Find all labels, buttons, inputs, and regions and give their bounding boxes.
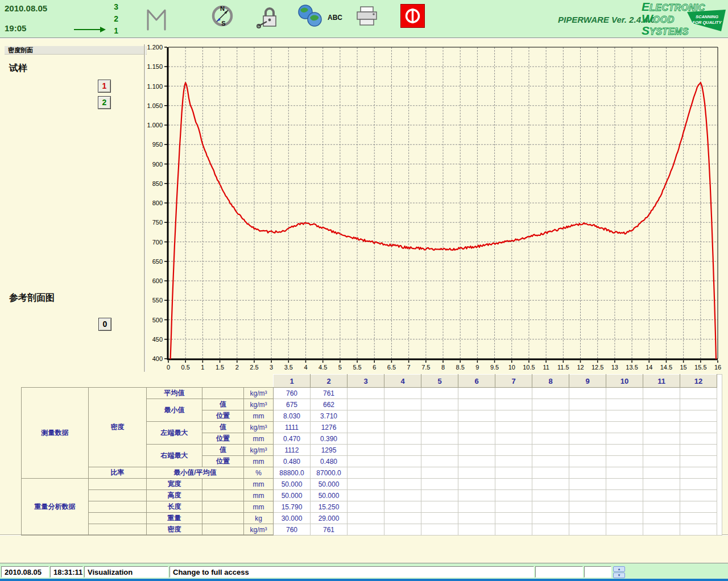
table-value-cell: 760: [274, 524, 311, 536]
column-header-9[interactable]: 9: [569, 375, 606, 388]
svg-text:850: 850: [152, 180, 163, 187]
table-cell-empty: [680, 456, 717, 467]
chart-canvas: 4004505005506006507007508008509009501.00…: [146, 41, 726, 374]
table-header-row: 123456789101112: [22, 375, 722, 388]
lock-icon[interactable]: [256, 3, 282, 29]
table-cell-empty: [643, 433, 680, 445]
column-header-7[interactable]: 7: [495, 375, 532, 388]
spinner-up-icon[interactable]: ▲: [613, 566, 625, 572]
table-cell-empty: [569, 524, 606, 536]
table-row-height: 高度 mm 50.000 50.000: [22, 490, 722, 501]
svg-text:7.5: 7.5: [421, 364, 430, 371]
svg-text:2.5: 2.5: [250, 364, 258, 371]
label-empty: [89, 501, 147, 513]
table-cell-empty: [495, 456, 532, 467]
svg-text:12.5: 12.5: [592, 364, 603, 371]
sample-1-button[interactable]: 1: [98, 80, 111, 93]
table-cell-empty: [569, 433, 606, 445]
group-label-measure: 测量数据: [22, 388, 89, 479]
unit-percent: %: [244, 467, 274, 479]
column-header-2[interactable]: 2: [311, 375, 348, 388]
table-cell-empty: [680, 445, 717, 456]
table-cell-empty: [680, 433, 717, 445]
table-value-cell: 760: [274, 388, 311, 399]
svg-text:400: 400: [152, 355, 163, 362]
table-cell-empty: [532, 513, 569, 524]
svg-text:10.5: 10.5: [523, 364, 535, 371]
reference-0-button[interactable]: 0: [98, 318, 111, 331]
svg-text:14: 14: [646, 364, 652, 371]
density-profile-chart: 4004505005506006507007508008509009501.00…: [146, 41, 726, 374]
table-cell-empty: [532, 422, 569, 433]
table-cell-empty: [458, 513, 495, 524]
status-message: Change to full access: [169, 566, 534, 578]
svg-text:8.5: 8.5: [456, 364, 465, 371]
table-cell-empty: [569, 388, 606, 399]
queue-number-2: 2: [109, 14, 118, 23]
table-cell-empty: [421, 479, 458, 490]
column-header-8[interactable]: 8: [532, 375, 569, 388]
svg-text:0.5: 0.5: [181, 364, 190, 371]
table-value-cell: 1111: [274, 422, 311, 433]
table-cell-empty: [606, 399, 643, 410]
table-cell-empty: [680, 501, 717, 513]
label-position: 位置: [202, 456, 244, 467]
measurement-table: 123456789101112 测量数据 密度 平均值 kg/m³ 760 76…: [21, 374, 722, 536]
svg-text:1.200: 1.200: [147, 44, 163, 51]
table-cell-empty: [569, 513, 606, 524]
abc-label: ABC: [328, 14, 342, 22]
queue-number-3: 3: [109, 2, 118, 11]
table-header-spacer: [22, 375, 274, 388]
table-cell-empty: [421, 467, 458, 479]
svg-text:0: 0: [167, 364, 170, 371]
column-header-10[interactable]: 10: [606, 375, 643, 388]
table-value-cell: 1295: [311, 445, 348, 456]
table-cell-empty: [348, 433, 384, 445]
table-cell-empty: [680, 410, 717, 422]
label-empty: [202, 490, 244, 501]
table-cell-empty: [458, 388, 495, 399]
table-cell-empty: [348, 456, 384, 467]
column-header-1[interactable]: 1: [274, 375, 311, 388]
printer-icon[interactable]: [354, 5, 380, 31]
table-value-cell: 0.390: [311, 433, 348, 445]
table-cell-empty: [421, 399, 458, 410]
label-empty: [202, 513, 244, 524]
queue-number-1: 1: [109, 26, 118, 35]
table-value-cell: 662: [311, 399, 348, 410]
label-ratio: 比率: [89, 467, 147, 479]
column-header-11[interactable]: 11: [643, 375, 680, 388]
table-value-cell: 761: [311, 524, 348, 536]
table-cell-empty: [569, 422, 606, 433]
profile-icon[interactable]: [143, 5, 169, 31]
power-icon[interactable]: [400, 4, 425, 28]
table-value-cell: 50.000: [311, 479, 348, 490]
table-cell-empty: [421, 490, 458, 501]
spinner-down-icon[interactable]: ▼: [613, 572, 625, 578]
table-cell-empty: [421, 456, 458, 467]
svg-text:5.5: 5.5: [353, 364, 361, 371]
table-cell-empty: [569, 445, 606, 456]
label-right-max: 右端最大: [147, 445, 202, 467]
table-cell-empty: [606, 501, 643, 513]
svg-text:550: 550: [152, 297, 163, 304]
column-header-12[interactable]: 12: [680, 375, 717, 388]
toolbar: 2010.08.05 19:05 3 2 1 N S: [0, 0, 728, 38]
ews-logo: ELECTRONIC WOOD SYSTEMS SCANNING FOR QUA…: [642, 1, 726, 36]
table-cell-empty: [384, 399, 421, 410]
table-cell-empty: [458, 422, 495, 433]
table-cell-empty: [643, 501, 680, 513]
unit-mm: mm: [244, 501, 274, 513]
compass-icon[interactable]: N S: [209, 3, 235, 29]
label-empty: [202, 388, 244, 399]
column-header-6[interactable]: 6: [458, 375, 495, 388]
table-cell-empty: [643, 456, 680, 467]
globes-abc-icon[interactable]: ABC: [296, 3, 345, 29]
table-cell-empty: [569, 479, 606, 490]
table-cell-empty: [532, 410, 569, 422]
column-header-5[interactable]: 5: [421, 375, 458, 388]
sample-2-button[interactable]: 2: [98, 96, 111, 109]
status-empty-1: [535, 566, 583, 578]
column-header-3[interactable]: 3: [348, 375, 384, 388]
column-header-4[interactable]: 4: [384, 375, 421, 388]
